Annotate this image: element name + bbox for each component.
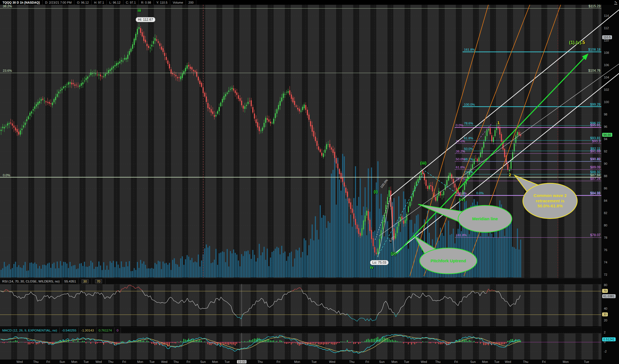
- macd-header-cell[interactable]: -1.30143: [79, 328, 96, 333]
- symbol-title[interactable]: TQQQ 30 D 1h [NASDAQ]: [0, 0, 43, 5]
- toolbar-cell: Y: 110.5: [154, 0, 170, 5]
- toolbar-cell: C: 97.1: [123, 0, 138, 5]
- time-axis[interactable]: [0, 360, 619, 364]
- macd-header-cell[interactable]: 0.761174: [96, 328, 114, 333]
- rsi-header[interactable]: RSI (14, 70, 30, CLOSE, WILDERS, no)55.4…: [0, 278, 601, 284]
- rsi-header-cell[interactable]: 30: [78, 279, 92, 284]
- symbol-toolbar: TQQQ 30 D 1h [NASDAQ] D: 2/23/21 7:00 PM…: [0, 0, 619, 5]
- toolbar-cell: 200: [186, 0, 196, 5]
- macd-header-cell[interactable]: -0.540255: [60, 328, 79, 333]
- toolbar-cell: R: 0.98: [138, 0, 154, 5]
- toolbar-cell: Volume: [170, 0, 186, 5]
- toolbar-cell: H: 97.1: [92, 0, 107, 5]
- rsi-header-cell[interactable]: 55.4351: [62, 279, 79, 284]
- toolbar-cell: L: 96.12: [107, 0, 123, 5]
- macd-header[interactable]: MACD (12, 26, 9, EXPONENTIAL, no)-0.5402…: [0, 327, 601, 333]
- macd-header-cell[interactable]: MACD (12, 26, 9, EXPONENTIAL, no): [0, 328, 60, 333]
- macd-panel[interactable]: [0, 333, 601, 360]
- chart-style-icon[interactable]: ∿: [614, 0, 617, 4]
- ohlc-readout: D: 2/23/21 7:00 PMO: 96.12H: 97.1L: 96.1…: [43, 0, 197, 5]
- macd-header-cell[interactable]: 0: [114, 328, 121, 333]
- rsi-header-cell[interactable]: 70: [92, 279, 105, 284]
- price-axis[interactable]: [601, 0, 619, 364]
- trading-chart-app: TQQQ 30 D 1h [NASDAQ] D: 2/23/21 7:00 PM…: [0, 0, 619, 364]
- rsi-header-cell[interactable]: RSI (14, 70, 30, CLOSE, WILDERS, no): [0, 279, 62, 284]
- toolbar-cell: D: 2/23/21 7:00 PM: [43, 0, 75, 5]
- main-chart-panel[interactable]: [0, 5, 601, 278]
- rsi-panel[interactable]: [0, 284, 601, 326]
- toolbar-cell: O: 96.12: [74, 0, 91, 5]
